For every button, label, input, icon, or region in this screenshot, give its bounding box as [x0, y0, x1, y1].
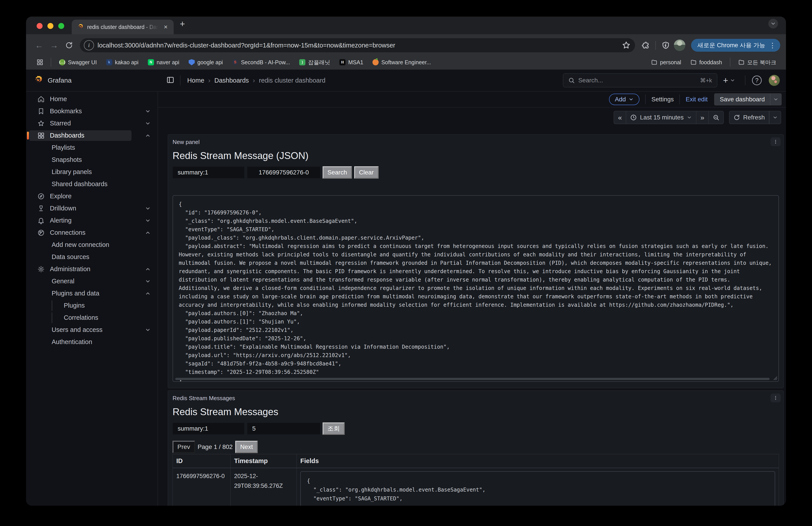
tab-search-button[interactable]: [768, 19, 778, 28]
column-header-timestamp[interactable]: Timestamp: [231, 454, 297, 468]
stream-key-input[interactable]: [173, 423, 245, 435]
collapse-administration-button[interactable]: [141, 266, 155, 272]
browser-profile-avatar[interactable]: [674, 40, 685, 51]
fields-json-box[interactable]: { "_class": "org.ghkdqhrbals.model.event…: [300, 471, 775, 506]
extensions-button[interactable]: [639, 39, 651, 51]
tab-close-icon[interactable]: ×: [162, 23, 170, 31]
bookmark-google-api[interactable]: google api: [186, 58, 226, 67]
panel-menu-button[interactable]: [770, 394, 781, 402]
search-input[interactable]: Search... ⌘+k: [563, 73, 717, 87]
resize-grip[interactable]: [772, 375, 778, 381]
back-button[interactable]: ←: [33, 39, 45, 52]
count-input[interactable]: [247, 423, 320, 435]
url-bar[interactable]: i localhost:3000/d/adnhn7w/redis-cluster…: [80, 38, 635, 52]
add-panel-button[interactable]: Add: [609, 94, 639, 105]
sidebar-item-explore[interactable]: Explore: [29, 191, 158, 202]
expand-general-button[interactable]: [141, 279, 155, 284]
bookmark-kakao-api[interactable]: k kakao api: [103, 58, 142, 67]
sidebar-item-home[interactable]: Home: [29, 94, 158, 104]
sidebar-item-plugins-and-data[interactable]: Plugins and data: [29, 288, 141, 299]
sidebar-item-data-sources[interactable]: Data sources: [29, 252, 158, 262]
sidebar-item-snapshots[interactable]: Snapshots: [29, 155, 158, 165]
bookmark-msa1[interactable]: H MSA1: [336, 58, 366, 67]
bookmark-software-engineer[interactable]: Software Engineer...: [369, 58, 434, 67]
mega-menu-toggle[interactable]: [166, 76, 174, 85]
panel-title[interactable]: Redis Stream Messages: [173, 394, 779, 402]
time-range-picker[interactable]: Last 15 minutes: [626, 111, 696, 124]
next-page-button[interactable]: Next: [235, 441, 258, 453]
collapse-plugins-and-data-button[interactable]: [141, 290, 155, 296]
url-text[interactable]: localhost:3000/d/adnhn7w/redis-cluster-d…: [98, 42, 622, 49]
sidebar-item-general[interactable]: General: [29, 276, 141, 287]
bookmark-folder-personal[interactable]: personal: [648, 58, 684, 67]
json-result-box[interactable]: { "id": "1766997596276-0", "_class": "or…: [173, 195, 779, 382]
sidebar-item-starred[interactable]: Starred: [29, 118, 141, 129]
sidebar-item-add-new-connection[interactable]: Add new connection: [29, 240, 158, 250]
column-header-id[interactable]: ID: [173, 454, 231, 468]
zoom-out-time-button[interactable]: [709, 111, 724, 124]
browser-menu-icon[interactable]: ⋮: [769, 42, 776, 49]
exit-edit-button[interactable]: Exit edit: [685, 96, 708, 103]
bookmark-folder-fooddash[interactable]: fooddash: [687, 58, 725, 67]
bookmark-jobplanet[interactable]: ) 잡플래닛: [296, 57, 333, 67]
message-id-input[interactable]: [247, 167, 320, 179]
query-button[interactable]: 조회: [323, 423, 345, 435]
sidebar-item-dashboards[interactable]: Dashboards: [29, 130, 131, 141]
sidebar-item-authentication[interactable]: Authentication: [29, 337, 158, 347]
grafana-logo[interactable]: [33, 75, 43, 85]
save-dashboard-button[interactable]: Save dashboard: [714, 94, 770, 105]
stream-key-input[interactable]: [173, 167, 245, 179]
maximize-window-button[interactable]: [58, 23, 64, 29]
refresh-button[interactable]: Refresh: [729, 111, 769, 124]
browser-tab-active[interactable]: redis cluster dashboard - Das ×: [72, 20, 174, 34]
help-button[interactable]: ?: [752, 75, 762, 85]
collapse-connections-button[interactable]: [141, 230, 155, 236]
chrome-update-chip[interactable]: 새로운 Chrome 사용 가능 ⋮: [691, 39, 780, 52]
time-shift-forward-button[interactable]: »: [696, 111, 709, 124]
bookmark-naver-api[interactable]: N naver api: [145, 58, 183, 67]
sidebar-item-correlations[interactable]: Correlations: [52, 312, 158, 323]
panel-menu-button[interactable]: [770, 137, 781, 146]
sidebar-item-connections[interactable]: Connections: [29, 227, 141, 238]
sidebar-item-users-and-access[interactable]: Users and access: [29, 325, 141, 335]
prev-page-button[interactable]: Prev: [173, 441, 195, 453]
expand-users-and-access-button[interactable]: [141, 327, 155, 333]
reload-button[interactable]: [63, 39, 75, 52]
extension-shield-button[interactable]: [660, 39, 672, 51]
new-tab-button[interactable]: +: [180, 20, 185, 27]
bookmark-swagger-ui[interactable]: {…} Swagger UI: [56, 58, 100, 67]
sidebar-item-administration[interactable]: Administration: [29, 264, 141, 274]
bookmark-star-icon[interactable]: [622, 41, 630, 50]
panel-title[interactable]: New panel: [173, 138, 779, 146]
site-info-icon[interactable]: i: [84, 40, 94, 51]
expand-alerting-button[interactable]: [141, 218, 155, 224]
apps-grid-button[interactable]: [34, 56, 46, 68]
time-shift-back-button[interactable]: «: [614, 111, 626, 124]
sidebar-item-library-panels[interactable]: Library panels: [29, 167, 158, 177]
expand-drilldown-button[interactable]: [141, 205, 155, 211]
sidebar-item-playlists[interactable]: Playlists: [29, 142, 158, 153]
all-bookmarks-button[interactable]: 모든 북마크: [735, 57, 779, 67]
bookmark-secondb[interactable]: S SecondB - AI-Pow...: [229, 58, 293, 67]
expand-starred-button[interactable]: [141, 120, 155, 126]
clear-button[interactable]: Clear: [354, 166, 379, 179]
settings-button[interactable]: Settings: [651, 96, 673, 103]
collapse-dashboards-button[interactable]: [141, 133, 155, 139]
breadcrumb-dashboards[interactable]: Dashboards: [214, 77, 249, 84]
horizontal-scrollbar[interactable]: [175, 378, 770, 380]
expand-bookmarks-button[interactable]: [141, 109, 155, 114]
save-dashboard-caret[interactable]: [770, 94, 782, 105]
minimize-window-button[interactable]: [47, 23, 54, 29]
refresh-interval-caret[interactable]: [769, 111, 781, 124]
column-header-fields[interactable]: Fields: [297, 454, 779, 468]
grafana-user-avatar[interactable]: [769, 75, 780, 86]
sidebar-item-drilldown[interactable]: Drilldown: [29, 203, 141, 214]
new-menu-button[interactable]: +: [723, 75, 735, 85]
sidebar-item-shared-dashboards[interactable]: Shared dashboards: [29, 179, 158, 189]
forward-button[interactable]: →: [48, 39, 60, 52]
sidebar-item-plugins[interactable]: Plugins: [52, 300, 158, 311]
sidebar-item-alerting[interactable]: Alerting: [29, 215, 141, 226]
breadcrumb-home[interactable]: Home: [187, 77, 204, 84]
close-window-button[interactable]: [37, 23, 43, 29]
search-button[interactable]: Search: [323, 166, 352, 179]
